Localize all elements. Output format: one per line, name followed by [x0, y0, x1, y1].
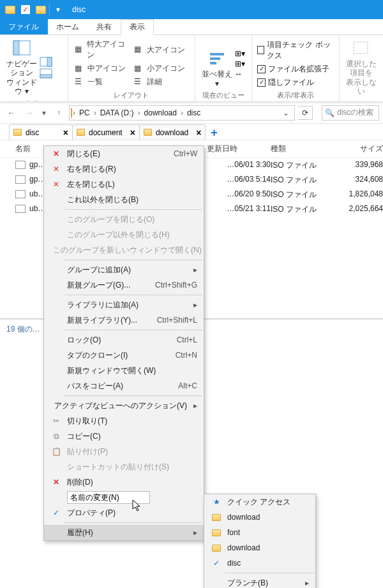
preview-pane-icon[interactable] — [40, 57, 52, 67]
tab-context-item[interactable]: ✕閉じる(E)Ctrl+W — [44, 146, 204, 161]
chk-hidden-files[interactable]: ✓隠しファイル — [256, 76, 335, 89]
hide-selected-icon — [352, 39, 371, 58]
tab-context-item[interactable]: アクティブなビューへのアクション(V)▸ — [44, 398, 204, 413]
tab-context-item[interactable]: ✕削除(D) — [44, 474, 204, 490]
col-type[interactable]: 種類 — [271, 143, 345, 154]
size-columns-icon[interactable]: ↔ — [235, 70, 245, 78]
sort-button[interactable]: 並べ替え ▾ — [199, 38, 235, 89]
layout-md-icons[interactable]: ▦中アイコン — [72, 62, 131, 75]
tab-context-item[interactable]: 新規ウィンドウで開く(W) — [44, 363, 204, 378]
tab-share[interactable]: 共有 — [88, 19, 121, 34]
crumb-disc[interactable]: disc — [184, 108, 204, 117]
tab-context-item: ショートカットの貼り付け(S) — [44, 459, 204, 474]
file-icon — [15, 161, 26, 169]
tab-context-item[interactable]: ライブラリに追加(A)▸ — [44, 297, 204, 312]
close-tab-icon[interactable]: × — [196, 128, 201, 138]
tab-context-item: このグループ以外を閉じる(H) — [44, 227, 204, 242]
menu-item-label: グループに追加(A) — [67, 265, 187, 276]
tab-context-item[interactable]: 履歴(H)▸ — [44, 525, 204, 540]
history-submenu-item[interactable]: download — [204, 540, 315, 555]
tab-context-item[interactable]: グループに追加(A)▸ — [44, 262, 204, 277]
tab-context-item[interactable]: 新規ライブラリ(Y)...Ctrl+Shift+L — [44, 312, 204, 328]
tab-context-menu: ✕閉じる(E)Ctrl+W✕右を閉じる(R)✕左を閉じる(L)これ以外を閉じる(… — [43, 145, 204, 541]
rename-input[interactable] — [67, 491, 150, 504]
tab-context-item[interactable]: 新規グループ(G)...Ctrl+Shift+G — [44, 277, 204, 293]
tab-context-item[interactable]: ⧉コピー(C) — [44, 429, 204, 444]
recent-dd[interactable]: ▾ — [40, 105, 49, 121]
tab-file[interactable]: ファイル — [0, 19, 48, 34]
layout-list[interactable]: ☰一覧 — [72, 75, 131, 89]
tab-context-item[interactable]: パスをコピー(A)Alt+C — [44, 378, 204, 393]
qat-dropdown-icon[interactable]: ▾ — [52, 4, 64, 15]
qat-newfolder-icon[interactable] — [35, 4, 47, 15]
navigation-pane-button[interactable]: ナビゲーション ウィンドウ ▾ — [4, 38, 40, 98]
chevron-right-icon: ▸ — [193, 401, 197, 410]
refresh-button[interactable]: ⟳ — [297, 106, 313, 120]
back-button[interactable]: ← — [4, 105, 19, 121]
menu-accelerator: Ctrl+Shift+L — [157, 316, 197, 325]
status-text: 19 個の… — [6, 324, 40, 335]
search-box[interactable]: 🔍 discの検索 — [322, 105, 379, 121]
hide-selected-button[interactable]: 選択した項目を 表示しない — [343, 38, 379, 98]
layout-details[interactable]: ☰詳細 — [131, 75, 191, 89]
folder-tab-disc[interactable]: disc × — [9, 124, 73, 140]
titlebar: ✓ ▾ disc — [0, 0, 383, 19]
layout-sm-icons[interactable]: ▦小アイコン — [131, 62, 191, 75]
layout-xl-icons[interactable]: ▦特大アイコン — [72, 38, 131, 62]
x-red-icon: ✕ — [49, 149, 63, 158]
menu-rename-input[interactable] — [67, 491, 197, 504]
qat-properties-icon[interactable]: ✓ — [20, 4, 31, 15]
x-right-icon: ✕ — [49, 165, 63, 173]
folder-tab-document[interactable]: document × — [72, 124, 140, 140]
menu-item-label: クイック アクセス — [227, 497, 309, 508]
history-submenu-item[interactable]: download — [204, 510, 315, 525]
chk-item-checkboxes[interactable]: 項目チェック ボックス — [256, 38, 335, 62]
tab-context-item[interactable]: ✕左を閉じる(L) — [44, 177, 204, 192]
group-by-icon[interactable]: ⊞▾ — [235, 49, 245, 58]
menu-separator — [225, 573, 314, 573]
sort-icon — [207, 49, 227, 68]
layout-lg-icons[interactable]: ▦大アイコン — [131, 38, 191, 62]
xl-icons-icon: ▦ — [75, 45, 84, 55]
col-date[interactable]: 更新日時 — [194, 143, 271, 154]
chevron-right-icon: ▸ — [305, 578, 309, 587]
address-bar: ← → ▾ ↑ › PC › DATA (D:) › download › di… — [0, 102, 383, 124]
menu-item-label: このグループを閉じる(O) — [67, 214, 197, 225]
folder-icon — [209, 545, 223, 552]
tab-context-item[interactable]: ロック(O)Ctrl+L — [44, 332, 204, 348]
svg-rect-8 — [210, 62, 216, 64]
menu-accelerator: Ctrl+W — [174, 149, 197, 158]
tab-context-item[interactable]: ✓プロパティ(P) — [44, 505, 204, 520]
menu-accelerator: Alt+C — [178, 381, 197, 390]
folder-tab-download[interactable]: download × — [139, 124, 206, 140]
details-pane-icon[interactable] — [40, 68, 52, 78]
history-submenu-item[interactable]: ブランチ(B)▸ — [204, 575, 315, 588]
crumb-pc[interactable]: PC — [76, 108, 93, 117]
menu-separator — [64, 260, 202, 260]
tab-context-item[interactable]: タブのクローン(I)Ctrl+N — [44, 348, 204, 363]
svg-rect-6 — [210, 53, 224, 55]
tab-view[interactable]: 表示 — [121, 19, 154, 35]
chk-file-extensions[interactable]: ✓ファイル名拡張子 — [256, 62, 335, 76]
tab-context-item[interactable]: これ以外を閉じる(B) — [44, 192, 204, 207]
search-placeholder: discの検索 — [337, 107, 373, 118]
address-dropdown-icon[interactable]: ⌄ — [279, 108, 293, 117]
close-tab-icon[interactable]: × — [63, 128, 68, 138]
forward-button[interactable]: → — [22, 105, 37, 121]
breadcrumb[interactable]: › PC › DATA (D:) › download › disc ⌄ — [69, 105, 295, 121]
new-tab-button[interactable]: + — [209, 126, 219, 140]
tab-context-item[interactable]: ✂切り取り(T) — [44, 413, 204, 429]
close-tab-icon[interactable]: × — [130, 128, 135, 138]
history-submenu-item[interactable]: ✓disc — [204, 555, 315, 571]
history-submenu-item[interactable]: ★クイック アクセス — [204, 494, 315, 510]
tab-context-item[interactable]: ✕右を閉じる(R) — [44, 161, 204, 177]
tab-home[interactable]: ホーム — [48, 19, 88, 34]
menu-separator — [64, 209, 202, 210]
crumb-download[interactable]: download — [141, 108, 180, 117]
col-size[interactable]: サイズ — [345, 143, 383, 154]
up-button[interactable]: ↑ — [51, 105, 66, 121]
add-columns-icon[interactable]: ⊞▾ — [235, 59, 245, 68]
folder-icon — [209, 529, 223, 536]
crumb-data[interactable]: DATA (D:) — [97, 108, 137, 117]
history-submenu-item[interactable]: font — [204, 525, 315, 540]
